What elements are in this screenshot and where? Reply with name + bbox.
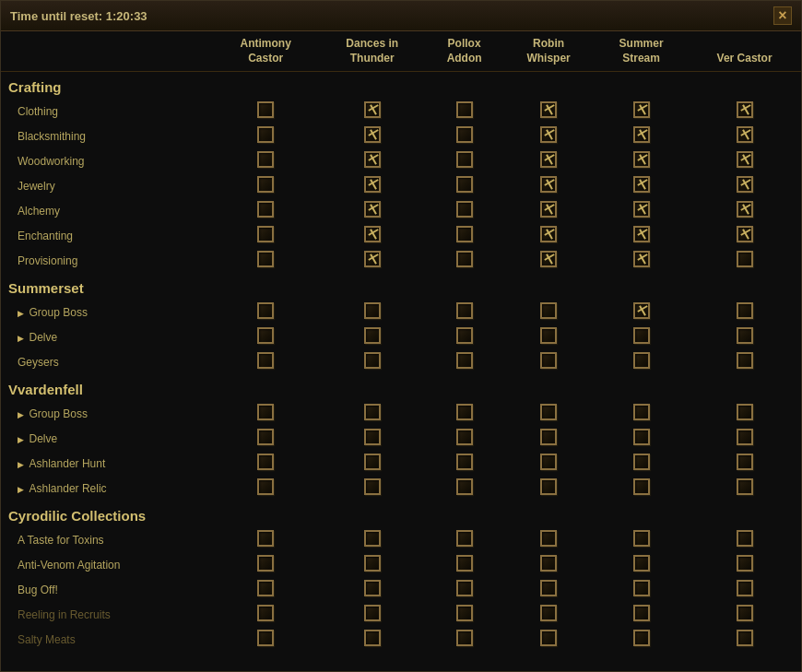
- checkbox[interactable]: [364, 605, 381, 621]
- checkbox[interactable]: [540, 126, 557, 143]
- checkbox[interactable]: [364, 352, 381, 369]
- checkbox[interactable]: [633, 126, 650, 143]
- checkbox[interactable]: [633, 176, 650, 193]
- checkbox[interactable]: [364, 530, 381, 547]
- expand-arrow-icon[interactable]: ▶: [18, 485, 27, 494]
- checkbox[interactable]: [540, 580, 557, 596]
- checkbox[interactable]: [364, 404, 381, 420]
- checkbox[interactable]: [737, 201, 753, 218]
- checkbox[interactable]: [737, 101, 753, 118]
- checkbox[interactable]: [364, 454, 381, 470]
- checkbox[interactable]: [633, 327, 650, 344]
- checkbox[interactable]: [540, 478, 557, 495]
- checkbox[interactable]: [737, 478, 753, 495]
- checkbox[interactable]: [257, 454, 274, 470]
- checkbox[interactable]: [456, 429, 473, 445]
- checkbox[interactable]: [456, 454, 473, 470]
- checkbox[interactable]: [456, 605, 473, 621]
- checkbox[interactable]: [364, 251, 381, 267]
- checkbox[interactable]: [257, 327, 274, 344]
- checkbox[interactable]: [540, 404, 557, 420]
- checkbox[interactable]: [456, 226, 473, 242]
- checkbox[interactable]: [737, 580, 753, 596]
- checkbox[interactable]: [633, 201, 650, 218]
- checkbox[interactable]: [456, 555, 473, 572]
- checkbox[interactable]: [737, 454, 753, 470]
- checkbox[interactable]: [456, 352, 473, 369]
- checkbox[interactable]: [364, 101, 381, 118]
- checkbox[interactable]: [364, 555, 381, 572]
- checkbox[interactable]: [737, 151, 753, 168]
- checkbox[interactable]: [540, 530, 557, 547]
- checkbox[interactable]: [633, 352, 650, 369]
- checkbox[interactable]: [456, 302, 473, 319]
- checkbox[interactable]: [633, 251, 650, 267]
- checkbox[interactable]: [364, 126, 381, 143]
- checkbox[interactable]: [737, 429, 753, 445]
- checkbox[interactable]: [257, 530, 274, 547]
- checkbox[interactable]: [257, 478, 274, 495]
- expand-arrow-icon[interactable]: ▶: [18, 334, 27, 343]
- checkbox[interactable]: [456, 126, 473, 143]
- checkbox[interactable]: [540, 151, 557, 168]
- checkbox[interactable]: [257, 404, 274, 420]
- checkbox[interactable]: [456, 478, 473, 495]
- checkbox[interactable]: [364, 478, 381, 495]
- checkbox[interactable]: [257, 151, 274, 168]
- checkbox[interactable]: [257, 605, 274, 621]
- checkbox[interactable]: [737, 630, 753, 646]
- checkbox[interactable]: [737, 302, 753, 319]
- checkbox[interactable]: [257, 176, 274, 193]
- checkbox[interactable]: [456, 201, 473, 218]
- checkbox[interactable]: [257, 302, 274, 319]
- checkbox[interactable]: [364, 201, 381, 218]
- checkbox[interactable]: [257, 555, 274, 572]
- checkbox[interactable]: [456, 101, 473, 118]
- checkbox[interactable]: [456, 530, 473, 547]
- checkbox[interactable]: [737, 404, 753, 420]
- checkbox[interactable]: [737, 327, 753, 344]
- checkbox[interactable]: [633, 151, 650, 168]
- checkbox[interactable]: [540, 251, 557, 267]
- checkbox[interactable]: [540, 454, 557, 470]
- checkbox[interactable]: [633, 302, 650, 319]
- expand-arrow-icon[interactable]: ▶: [18, 309, 27, 318]
- checkbox[interactable]: [456, 404, 473, 420]
- checkbox[interactable]: [364, 630, 381, 646]
- checkbox[interactable]: [737, 555, 753, 572]
- checkbox[interactable]: [257, 201, 274, 218]
- checkbox[interactable]: [540, 226, 557, 242]
- checkbox[interactable]: [364, 327, 381, 344]
- checkbox[interactable]: [737, 530, 753, 547]
- checkbox[interactable]: [633, 429, 650, 445]
- checkbox[interactable]: [364, 226, 381, 242]
- checkbox[interactable]: [633, 580, 650, 596]
- checkbox[interactable]: [540, 101, 557, 118]
- checkbox[interactable]: [456, 327, 473, 344]
- expand-arrow-icon[interactable]: ▶: [18, 435, 27, 444]
- checkbox[interactable]: [257, 429, 274, 445]
- checkbox[interactable]: [364, 151, 381, 168]
- checkbox[interactable]: [456, 630, 473, 646]
- checkbox[interactable]: [364, 429, 381, 445]
- checkbox[interactable]: [364, 580, 381, 596]
- checkbox[interactable]: [257, 352, 274, 369]
- checkbox[interactable]: [737, 126, 753, 143]
- close-button[interactable]: ×: [773, 6, 792, 25]
- main-scroll-area[interactable]: AntimonyCastor Dances inThunder PolloxAd…: [1, 31, 801, 671]
- checkbox[interactable]: [540, 630, 557, 646]
- checkbox[interactable]: [540, 327, 557, 344]
- checkbox[interactable]: [633, 605, 650, 621]
- checkbox[interactable]: [540, 176, 557, 193]
- checkbox[interactable]: [633, 101, 650, 118]
- checkbox[interactable]: [257, 226, 274, 242]
- expand-arrow-icon[interactable]: ▶: [18, 410, 27, 419]
- checkbox[interactable]: [737, 251, 753, 267]
- checkbox[interactable]: [364, 302, 381, 319]
- expand-arrow-icon[interactable]: ▶: [18, 460, 27, 469]
- checkbox[interactable]: [364, 176, 381, 193]
- checkbox[interactable]: [257, 101, 274, 118]
- checkbox[interactable]: [257, 251, 274, 267]
- checkbox[interactable]: [456, 251, 473, 267]
- checkbox[interactable]: [456, 580, 473, 596]
